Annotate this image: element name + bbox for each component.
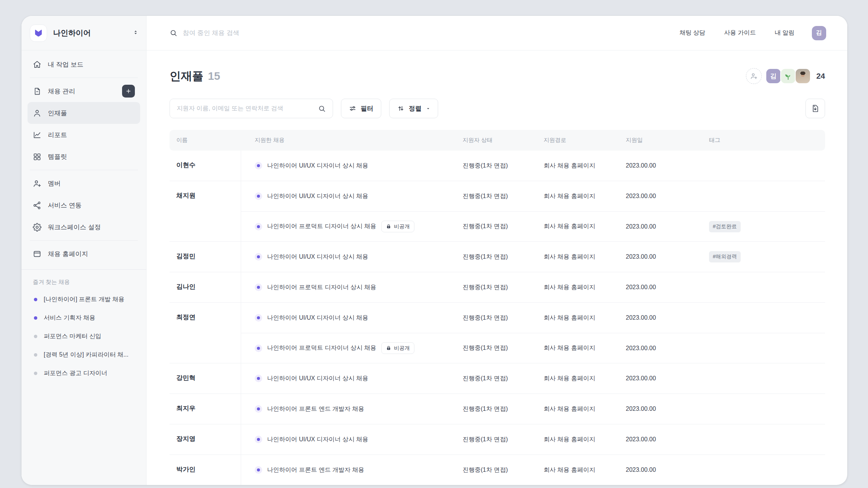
application-list: 나인하이어 UI/UX 디자이너 상시 채용진행중(1차 면접)회사 채용 홈페… <box>241 363 825 393</box>
application-row[interactable]: 나인하이어 프론트 엔드 개발자 채용진행중(1차 면접)회사 채용 홈페이지2… <box>241 394 825 424</box>
job-title: 나인하이어 UI/UX 디자이너 상시 채용 <box>267 253 368 261</box>
applicant-search[interactable] <box>170 99 333 118</box>
sidebar-item-my-board[interactable]: 내 작업 보드 <box>28 53 140 75</box>
applicant-name[interactable]: 장지영 <box>170 424 241 454</box>
user-guide-link[interactable]: 사용 가이드 <box>724 29 756 37</box>
chat-support-link[interactable]: 채팅 상담 <box>680 29 705 37</box>
favorite-recruit-label: [나인하이어] 프론트 개발 채용 <box>44 296 124 303</box>
application-row[interactable]: 나인하이어 프로덕트 디자이너 상시 채용비공개진행중(1차 면접)회사 채용 … <box>241 333 825 363</box>
apply-source-cell: 회사 채용 홈페이지 <box>541 284 623 291</box>
tag-chip[interactable]: #해외경력 <box>709 251 741 262</box>
private-badge: 비공개 <box>381 342 414 354</box>
sidebar-item-members[interactable]: 멤버 <box>28 172 140 194</box>
application-row[interactable]: 나인하이어 UI/UX 디자이너 상시 채용진행중(1차 면접)회사 채용 홈페… <box>241 303 825 333</box>
person-icon <box>33 109 41 117</box>
global-search-input[interactable] <box>183 29 381 37</box>
workspace-switcher[interactable]: 나인하이어 <box>21 16 146 50</box>
application-row[interactable]: 나인하이어 프로덕트 디자이너 상시 채용비공개진행중(1차 면접)회사 채용 … <box>241 211 825 241</box>
applicant-search-input[interactable] <box>177 105 318 112</box>
user-avatar[interactable]: 김 <box>812 26 826 40</box>
applicant-name[interactable]: 채지원 <box>170 181 241 241</box>
table-row: 채지원나인하이어 UI/UX 디자이너 상시 채용진행중(1차 면접)회사 채용… <box>170 181 825 242</box>
application-list: 나인하이어 프론트 엔드 개발자 채용진행중(1차 면접)회사 채용 홈페이지2… <box>241 455 825 485</box>
filter-button[interactable]: 필터 <box>341 99 381 118</box>
application-row[interactable]: 나인하이어 UI/UX 디자이너 상시 채용진행중(1차 면접)회사 채용 홈페… <box>241 151 825 181</box>
sidebar-item-label: 내 작업 보드 <box>48 60 135 69</box>
global-search[interactable] <box>170 29 381 37</box>
application-list: 나인하이어 UI/UX 디자이너 상시 채용진행중(1차 면접)회사 채용 홈페… <box>241 151 825 181</box>
applied-job-cell: 나인하이어 UI/UX 디자이너 상시 채용 <box>241 162 460 170</box>
file-download-icon <box>811 104 820 113</box>
collaborator-avatar[interactable] <box>795 68 811 84</box>
add-recruit-button[interactable] <box>122 85 135 98</box>
table-row: 김나인나인하이어 프로덕트 디자이너 상시 채용진행중(1차 면접)회사 채용 … <box>170 272 825 303</box>
search-icon <box>170 29 177 37</box>
sprout-icon <box>784 72 793 81</box>
page-title-row: 인재풀 15 김 24 <box>170 68 825 84</box>
notifications-link[interactable]: 내 알림 <box>775 29 795 37</box>
favorite-recruit-item[interactable]: [경력 5년 이상] 카피라이터 채... <box>28 346 140 364</box>
application-row[interactable]: 나인하이어 UI/UX 디자이너 상시 채용진행중(1차 면접)회사 채용 홈페… <box>241 363 825 393</box>
collaborator-avatar[interactable] <box>780 68 796 84</box>
application-row[interactable]: 나인하이어 UI/UX 디자이너 상시 채용진행중(1차 면접)회사 채용 홈페… <box>241 181 825 211</box>
sort-button[interactable]: 정렬 <box>389 99 438 118</box>
favorite-recruit-item[interactable]: 퍼포먼스 광고 디자이너 <box>28 364 140 383</box>
table-row: 이현수나인하이어 UI/UX 디자이너 상시 채용진행중(1차 면접)회사 채용… <box>170 151 825 181</box>
header-date: 지원일 <box>623 137 701 144</box>
sidebar-item-workspace-settings[interactable]: 워크스페이스 설정 <box>28 216 140 238</box>
application-row[interactable]: 나인하이어 프로덕트 디자이너 상시 채용진행중(1차 면접)회사 채용 홈페이… <box>241 272 825 302</box>
chevron-down-icon <box>426 107 430 111</box>
application-row[interactable]: 나인하이어 UI/UX 디자이너 상시 채용진행중(1차 면접)회사 채용 홈페… <box>241 424 825 454</box>
favorite-recruit-item[interactable]: 퍼포먼스 마케터 신입 <box>28 327 140 346</box>
application-list: 나인하이어 UI/UX 디자이너 상시 채용진행중(1차 면접)회사 채용 홈페… <box>241 424 825 454</box>
application-row[interactable]: 나인하이어 UI/UX 디자이너 상시 채용진행중(1차 면접)회사 채용 홈페… <box>241 242 825 272</box>
sidebar-item-label: 리포트 <box>48 131 135 139</box>
job-status-dot-icon <box>255 314 262 322</box>
app-window: 나인하이어 내 작업 보드 채용 관리 <box>21 16 847 485</box>
sidebar-item-career-site[interactable]: 채용 홈페이지 <box>28 243 140 265</box>
sidebar-item-integrations[interactable]: 서비스 연동 <box>28 194 140 216</box>
header-status: 지원자 상태 <box>460 137 541 144</box>
applicant-name[interactable]: 김정민 <box>170 242 241 272</box>
applicant-name[interactable]: 박가인 <box>170 455 241 485</box>
applicant-name[interactable]: 김나인 <box>170 272 241 302</box>
topbar-links: 채팅 상담 사용 가이드 내 알림 김 <box>680 26 826 40</box>
invite-member-button[interactable] <box>746 68 762 84</box>
application-row[interactable]: 나인하이어 프론트 엔드 개발자 채용진행중(1차 면접)회사 채용 홈페이지2… <box>241 455 825 485</box>
apply-date-cell: 2023.00.00 <box>623 436 701 443</box>
applicant-status-cell: 진행중(1차 면접) <box>460 192 541 200</box>
applicant-name[interactable]: 강민혁 <box>170 363 241 393</box>
collaborator-avatar[interactable]: 김 <box>766 68 781 84</box>
job-status-dot-icon <box>255 223 262 230</box>
applicant-status-cell: 진행중(1차 면접) <box>460 314 541 322</box>
apply-source-cell: 회사 채용 홈페이지 <box>541 162 623 170</box>
application-list: 나인하이어 UI/UX 디자이너 상시 채용진행중(1차 면접)회사 채용 홈페… <box>241 303 825 363</box>
sidebar-item-talent-pool[interactable]: 인재풀 <box>28 102 140 124</box>
job-title: 나인하이어 UI/UX 디자이너 상시 채용 <box>267 436 368 444</box>
applicant-name[interactable]: 최지우 <box>170 394 241 424</box>
search-icon <box>318 105 326 113</box>
export-button[interactable] <box>805 99 825 118</box>
applicant-name[interactable]: 이현수 <box>170 151 241 181</box>
sidebar-item-templates[interactable]: 템플릿 <box>28 146 140 168</box>
favorite-recruit-label: 퍼포먼스 마케터 신입 <box>44 332 101 340</box>
job-status-dot-icon <box>255 436 262 443</box>
apply-date-cell: 2023.00.00 <box>623 162 701 169</box>
talent-count: 15 <box>208 70 220 82</box>
applied-job-cell: 나인하이어 UI/UX 디자이너 상시 채용 <box>241 314 460 322</box>
tags-cell: #해외경력 <box>701 251 825 262</box>
table-row: 김정민나인하이어 UI/UX 디자이너 상시 채용진행중(1차 면접)회사 채용… <box>170 242 825 272</box>
job-title: 나인하이어 프로덕트 디자이너 상시 채용 <box>267 284 376 291</box>
job-title: 나인하이어 UI/UX 디자이너 상시 채용 <box>267 192 368 200</box>
favorite-recruit-item[interactable]: 서비스 기획자 채용 <box>28 309 140 327</box>
sidebar-item-recruit-management[interactable]: 채용 관리 <box>28 80 140 102</box>
favorite-recruit-item[interactable]: [나인하이어] 프론트 개발 채용 <box>28 290 140 309</box>
tag-chip[interactable]: #검토완료 <box>709 221 741 232</box>
sidebar-item-reports[interactable]: 리포트 <box>28 124 140 146</box>
apply-source-cell: 회사 채용 홈페이지 <box>541 192 623 200</box>
applied-job-cell: 나인하이어 프로덕트 디자이너 상시 채용비공개 <box>241 342 460 354</box>
lock-icon <box>386 224 391 229</box>
chart-icon <box>33 131 41 139</box>
topbar: 채팅 상담 사용 가이드 내 알림 김 <box>147 16 847 50</box>
applicant-name[interactable]: 최정연 <box>170 303 241 363</box>
